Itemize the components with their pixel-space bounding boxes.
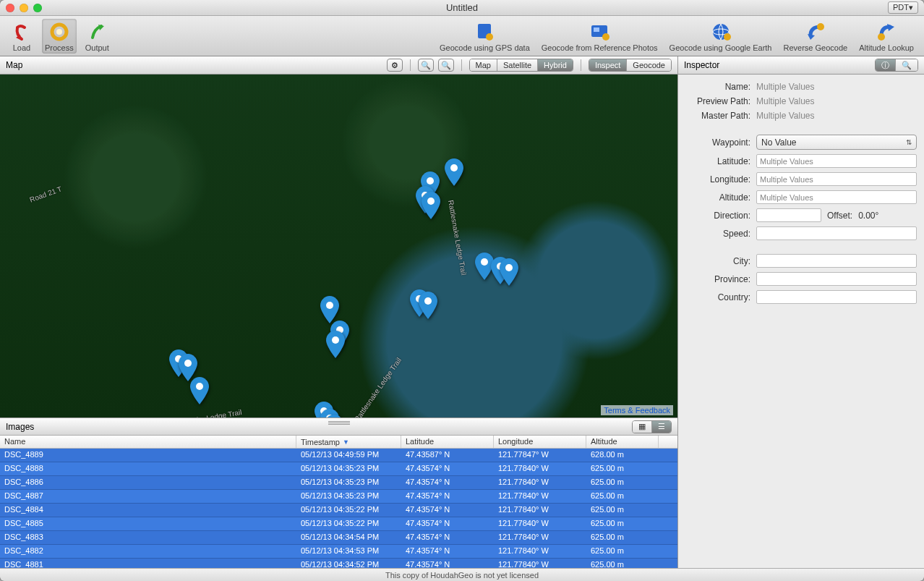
road-label: Road 21 T	[29, 185, 63, 203]
zoom-in-icon: 🔍	[421, 61, 431, 70]
col-altitude[interactable]: Altitude	[586, 436, 659, 448]
gear-icon: ⚙	[391, 61, 398, 70]
col-name[interactable]: Name	[0, 436, 296, 448]
table-body: DSC_488905/12/13 04:49:59 PM47.43587° N1…	[0, 449, 677, 568]
table-row[interactable]: DSC_488205/12/13 04:34:53 PM47.43574° N1…	[0, 545, 677, 559]
window-title: Untitled	[0, 2, 924, 13]
geocode-gps-button[interactable]: Geocode using GPS data	[437, 19, 533, 54]
master-path-value: Multiple Values	[756, 111, 814, 121]
altitude-field[interactable]: Multiple Values	[756, 190, 917, 204]
map-pin[interactable]	[190, 377, 209, 404]
images-pane-title: Images	[6, 422, 34, 432]
altitude-lookup-button[interactable]: Altitude Lookup	[856, 19, 917, 54]
altitude-label: Altitude Lookup	[859, 43, 914, 52]
table-row[interactable]: DSC_488105/12/13 04:34:52 PM47.43574° N1…	[0, 559, 677, 568]
terms-link[interactable]: Terms & Feedback	[601, 405, 673, 415]
latitude-field[interactable]: Multiple Values	[756, 154, 917, 168]
map-pin[interactable]	[326, 331, 345, 358]
output-button[interactable]: Output	[82, 19, 112, 54]
process-button[interactable]: Process	[42, 19, 77, 54]
search-icon: 🔍	[902, 61, 912, 69]
inspector-title: Inspector	[684, 60, 719, 70]
table-header: Name Timestamp▼ Latitude Longitude Altit…	[0, 436, 677, 449]
reverse-icon	[805, 20, 826, 43]
table-row[interactable]: DSC_488705/12/13 04:35:23 PM47.43574° N1…	[0, 490, 677, 504]
map-pin[interactable]	[500, 258, 518, 286]
list-view-button[interactable]: ☰	[652, 421, 671, 433]
map-type-satellite[interactable]: Satellite	[497, 59, 538, 71]
direction-field[interactable]	[756, 208, 821, 222]
master-path-label: Master Path:	[685, 111, 750, 121]
map-pin[interactable]	[422, 192, 440, 219]
offset-label: Offset:	[827, 211, 852, 221]
earth-icon	[710, 20, 732, 43]
province-label: Province:	[685, 274, 750, 284]
list-icon: ☰	[658, 422, 665, 431]
map-pin[interactable]	[445, 158, 463, 186]
geocode-ref-label: Geocode from Reference Photos	[542, 43, 658, 52]
divider	[461, 59, 462, 71]
col-latitude[interactable]: Latitude	[401, 436, 494, 448]
process-icon	[49, 20, 69, 43]
preview-path-value: Multiple Values	[756, 96, 814, 106]
col-timestamp[interactable]: Timestamp▼	[296, 436, 401, 448]
col-longitude[interactable]: Longitude	[494, 436, 586, 448]
reverse-label: Reverse Geocode	[783, 43, 847, 52]
country-field[interactable]	[756, 290, 917, 304]
map-type-segment: Map Satellite Hybrid	[469, 59, 573, 72]
table-row[interactable]: DSC_488505/12/13 04:35:22 PM47.43574° N1…	[0, 517, 677, 531]
map-mode-inspect[interactable]: Inspect	[589, 59, 627, 71]
zoom-in-button[interactable]: 🔍	[418, 59, 434, 72]
inspector-header: Inspector ⓘ 🔍	[678, 56, 924, 75]
zoom-out-button[interactable]: 🔍	[438, 59, 454, 72]
map-pin[interactable]	[419, 292, 437, 319]
grid-icon: ▦	[638, 422, 646, 431]
speed-field[interactable]	[756, 226, 917, 240]
offset-value: 0.00°	[858, 211, 878, 221]
speed-label: Speed:	[685, 229, 750, 239]
altitude-label: Altitude:	[685, 192, 750, 203]
province-field[interactable]	[756, 272, 917, 286]
svg-point-13	[427, 177, 434, 185]
city-label: City:	[685, 256, 750, 266]
table-row[interactable]: DSC_488305/12/13 04:34:54 PM47.43574° N1…	[0, 531, 677, 545]
svg-point-12	[450, 164, 458, 171]
ref-photo-icon	[589, 20, 610, 43]
drag-handle-icon[interactable]	[328, 421, 350, 425]
inspector-info-button[interactable]: ⓘ	[876, 59, 896, 71]
geocode-earth-button[interactable]: Geocode using Google Earth	[667, 19, 775, 54]
table-row[interactable]: DSC_488905/12/13 04:49:59 PM47.43587° N1…	[0, 449, 677, 462]
map-pin[interactable]	[320, 296, 339, 323]
svg-point-15	[427, 198, 435, 205]
table-row[interactable]: DSC_488405/12/13 04:35:22 PM47.43574° N1…	[0, 504, 677, 517]
process-label: Process	[45, 43, 74, 52]
map-mode-geocode[interactable]: Geocode	[627, 59, 671, 71]
output-icon	[87, 20, 107, 43]
svg-point-26	[196, 383, 203, 390]
svg-point-25	[184, 360, 192, 367]
svg-point-3	[486, 33, 493, 41]
grid-view-button[interactable]: ▦	[633, 421, 652, 433]
waypoint-select[interactable]: No Value	[756, 135, 917, 150]
geocode-ref-button[interactable]: Geocode from Reference Photos	[539, 19, 661, 54]
reverse-geocode-button[interactable]: Reverse Geocode	[780, 19, 850, 54]
license-footer: This copy of HoudahGeo is not yet licens…	[0, 568, 924, 581]
map-pane-title: Map	[6, 60, 22, 70]
longitude-field[interactable]: Multiple Values	[756, 172, 917, 186]
map-settings-button[interactable]: ⚙	[387, 59, 403, 72]
city-field[interactable]	[756, 254, 917, 268]
trail-label: Rattlesnake Ledge Trail	[353, 356, 403, 417]
svg-point-1	[56, 29, 62, 35]
table-row[interactable]: DSC_488805/12/13 04:35:23 PM47.43574° N1…	[0, 462, 677, 476]
svg-point-21	[481, 258, 488, 266]
inspector-search-button[interactable]: 🔍	[896, 59, 917, 71]
view-toggle: ▦ ☰	[632, 420, 672, 433]
svg-rect-5	[594, 27, 599, 32]
geocode-gps-label: Geocode using GPS data	[440, 43, 530, 52]
svg-point-9	[724, 33, 731, 41]
table-row[interactable]: DSC_488605/12/13 04:35:23 PM47.43574° N1…	[0, 476, 677, 490]
map-type-map[interactable]: Map	[470, 59, 497, 71]
map-view[interactable]: Road 21 T Rattlesnake Ledge Trail Rattle…	[0, 75, 677, 417]
map-type-hybrid[interactable]: Hybrid	[538, 59, 573, 71]
load-button[interactable]: Load	[7, 19, 36, 54]
